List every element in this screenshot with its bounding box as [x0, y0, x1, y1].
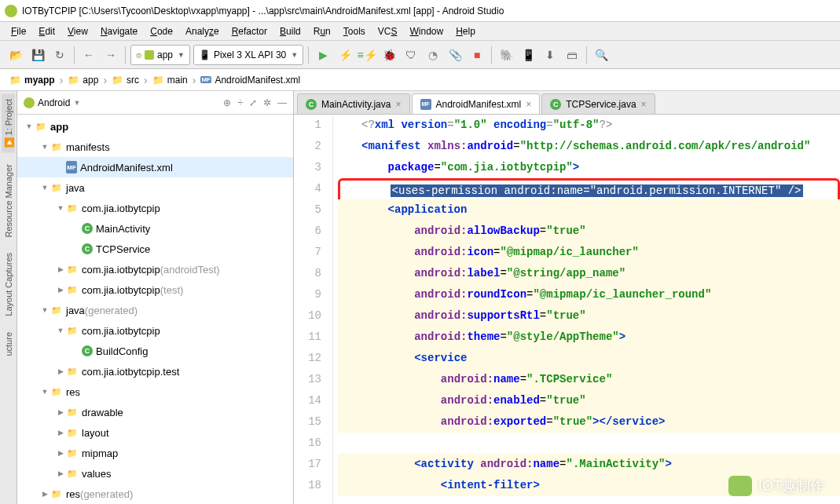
- breadcrumb-item[interactable]: 📁src: [108, 75, 142, 86]
- collapse-all-icon[interactable]: ⤢: [249, 97, 257, 108]
- close-tab-icon[interactable]: ×: [641, 99, 647, 110]
- window-title: IOTByTCPIP [C:\Users\Tycoon\Desktop\vxap…: [22, 5, 504, 16]
- menu-analyze[interactable]: Analyze: [179, 24, 226, 38]
- editor-tab[interactable]: CMainActivity.java×: [297, 93, 410, 114]
- resource-manager-button[interactable]: 🗃: [563, 46, 581, 64]
- profile-button[interactable]: ◔: [424, 46, 442, 64]
- forward-button[interactable]: →: [101, 46, 120, 64]
- wechat-icon: [728, 476, 752, 496]
- tree-item[interactable]: ▶📁com.jia.iotbytcpip.test: [17, 361, 293, 382]
- breadcrumb-item[interactable]: 📁app: [64, 75, 101, 86]
- tree-item[interactable]: MFAndroidManifest.xml: [17, 157, 293, 177]
- tree-item[interactable]: ▼📁manifests: [17, 137, 293, 157]
- expand-all-icon[interactable]: ÷: [237, 97, 243, 108]
- editor-tabs: CMainActivity.java×MFAndroidManifest.xml…: [294, 91, 840, 115]
- menu-navigate[interactable]: Navigate: [94, 24, 144, 38]
- run-config-dropdown[interactable]: ⌾ app ▼: [130, 45, 190, 65]
- tree-item[interactable]: ▶📁res (generated): [17, 484, 293, 504]
- run-button[interactable]: ▶: [314, 46, 332, 64]
- tree-item[interactable]: CBuildConfig: [17, 341, 293, 361]
- settings-icon[interactable]: ✲: [263, 97, 271, 108]
- tree-item[interactable]: CMainActivity: [17, 218, 293, 239]
- save-all-button[interactable]: 💾: [28, 46, 47, 64]
- tree-item[interactable]: ▶📁layout: [17, 422, 293, 443]
- close-tab-icon[interactable]: ×: [526, 99, 531, 110]
- tree-item[interactable]: ▶📁com.jia.iotbytcpip (test): [17, 279, 293, 300]
- menu-view[interactable]: View: [61, 24, 94, 38]
- hide-icon[interactable]: —: [277, 97, 287, 108]
- sidetab-resource-manager[interactable]: Resource Manager: [2, 159, 15, 243]
- editor-tab[interactable]: CTCPService.java×: [541, 93, 655, 114]
- menu-build[interactable]: Build: [273, 24, 307, 38]
- breadcrumb-item[interactable]: 📁myapp: [6, 75, 58, 86]
- menu-tools[interactable]: Tools: [337, 24, 372, 38]
- editor-tab[interactable]: MFAndroidManifest.xml×: [412, 93, 541, 114]
- stop-button[interactable]: ■: [468, 46, 486, 64]
- avd-manager-button[interactable]: 📱: [519, 46, 537, 64]
- watermark: IOT趣制作: [728, 476, 824, 496]
- search-everywhere-button[interactable]: 🔍: [592, 46, 611, 64]
- sync-button[interactable]: ↻: [50, 46, 69, 64]
- device-dropdown[interactable]: 📱 Pixel 3 XL API 30 ▼: [193, 45, 303, 65]
- tree-item[interactable]: ▶📁values: [17, 463, 293, 484]
- coverage-button[interactable]: 🛡: [402, 46, 420, 64]
- menu-file[interactable]: File: [5, 24, 32, 38]
- code-editor[interactable]: 123456789101112131415161718 <?xml versio…: [294, 115, 840, 504]
- breadcrumb-item[interactable]: MFAndroidManifest.xml: [197, 75, 303, 86]
- tree-item[interactable]: ▶📁mipmap: [17, 443, 293, 463]
- editor-area: CMainActivity.java×MFAndroidManifest.xml…: [294, 91, 840, 504]
- tree-item[interactable]: ▼📁com.jia.iotbytcpip: [17, 198, 293, 218]
- debug-button[interactable]: 🐞: [380, 46, 398, 64]
- menu-window[interactable]: Window: [403, 24, 449, 38]
- tree-item[interactable]: CTCPService: [17, 239, 293, 259]
- sidetab-project[interactable]: 🔽 1: Project: [2, 94, 15, 153]
- menu-run[interactable]: Run: [307, 24, 337, 38]
- menu-code[interactable]: Code: [144, 24, 179, 38]
- attach-debugger-button[interactable]: 📎: [446, 46, 464, 64]
- editor-gutter: 123456789101112131415161718: [294, 115, 333, 504]
- menu-edit[interactable]: Edit: [32, 24, 61, 38]
- menu-bar: File Edit View Navigate Code Analyze Ref…: [0, 22, 840, 41]
- editor-content[interactable]: <?xml version="1.0" encoding="utf-8"?><m…: [333, 115, 840, 504]
- title-bar: IOTByTCPIP [C:\Users\Tycoon\Desktop\vxap…: [0, 0, 840, 22]
- tree-item[interactable]: ▼📁java: [17, 177, 293, 198]
- tree-item[interactable]: ▼📁app: [17, 116, 293, 137]
- close-tab-icon[interactable]: ×: [395, 99, 401, 110]
- project-panel: Android ▼ ⊕ ÷ ⤢ ✲ — ▼📁app▼📁manifestsMFAn…: [17, 91, 294, 504]
- project-panel-header: Android ▼ ⊕ ÷ ⤢ ✲ —: [17, 91, 293, 115]
- select-opened-file-icon[interactable]: ⊕: [223, 97, 231, 108]
- main-toolbar: 📂 💾 ↻ ← → ⌾ app ▼ 📱 Pixel 3 XL API 30 ▼ …: [0, 41, 840, 69]
- chevron-right-icon: ›: [193, 74, 196, 86]
- sdk-manager-button[interactable]: ⬇: [541, 46, 559, 64]
- breadcrumb-item[interactable]: 📁main: [149, 75, 191, 86]
- open-button[interactable]: 📂: [6, 46, 25, 64]
- sync-gradle-button[interactable]: 🐘: [497, 46, 515, 64]
- navigation-bar: 📁myapp › 📁app › 📁src › 📁main › MFAndroid…: [0, 69, 840, 91]
- tree-item[interactable]: ▼📁com.jia.iotbytcpip: [17, 320, 293, 341]
- apply-changes-button[interactable]: ⚡: [336, 46, 354, 64]
- back-button[interactable]: ←: [79, 46, 98, 64]
- sidetab-structure[interactable]: ucture: [2, 327, 15, 361]
- tree-item[interactable]: ▶📁com.jia.iotbytcpip (androidTest): [17, 259, 293, 279]
- project-view-dropdown[interactable]: Android ▼: [24, 97, 218, 108]
- chevron-right-icon: ›: [60, 74, 64, 86]
- left-sidebar: 🔽 1: Project Resource Manager Layout Cap…: [0, 91, 17, 504]
- chevron-right-icon: ›: [103, 74, 107, 86]
- menu-vcs[interactable]: VCS: [372, 24, 404, 38]
- apply-code-button[interactable]: ≡⚡: [358, 46, 376, 64]
- menu-help[interactable]: Help: [449, 24, 482, 38]
- sidetab-layout-captures[interactable]: Layout Captures: [2, 248, 15, 321]
- tree-item[interactable]: ▼📁java (generated): [17, 300, 293, 320]
- menu-refactor[interactable]: Refactor: [226, 24, 273, 38]
- tree-item[interactable]: ▶📁drawable: [17, 402, 293, 422]
- chevron-right-icon: ›: [144, 74, 148, 86]
- app-logo-icon: [5, 5, 17, 17]
- project-tree[interactable]: ▼📁app▼📁manifestsMFAndroidManifest.xml▼📁j…: [17, 115, 293, 504]
- tree-item[interactable]: ▼📁res: [17, 382, 293, 402]
